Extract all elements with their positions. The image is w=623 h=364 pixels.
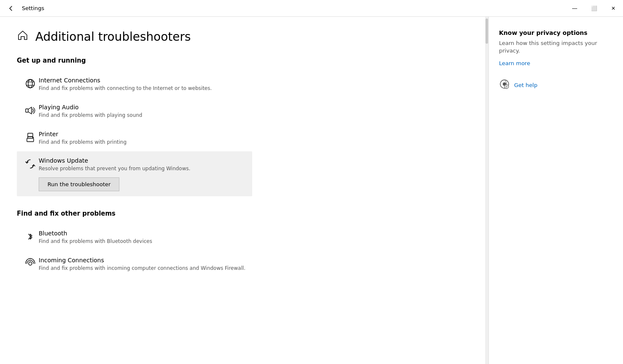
section-title-get-up-running: Get up and running [17,57,472,64]
playing-audio-name: Playing Audio [39,104,247,111]
windows-update-desc: Resolve problems that prevent you from u… [39,165,247,172]
list-item[interactable]: Incoming Connections Find and fix proble… [17,251,252,278]
section-find-fix-other: Find and fix other problems Bluetooth Fi… [17,210,472,278]
get-help-icon: ? [499,79,510,92]
incoming-connections-desc: Find and fix problems with incoming comp… [39,265,247,272]
learn-more-link[interactable]: Learn more [499,60,530,66]
printer-desc: Find and fix problems with printing [39,139,247,146]
home-icon [17,29,29,44]
incoming-connections-name: Incoming Connections [39,257,247,264]
sidebar-privacy-text: Learn how this setting impacts your priv… [499,40,613,55]
windows-update-icon [22,158,39,170]
sidebar: Know your privacy options Learn how this… [488,17,623,364]
list-item[interactable]: Bluetooth Find and fix problems with Blu… [17,224,252,251]
maximize-button[interactable]: ⬜ [584,0,604,17]
printer-name: Printer [39,131,247,137]
get-help-container: ? Get help [499,79,613,92]
bluetooth-desc: Find and fix problems with Bluetooth dev… [39,238,247,245]
sidebar-privacy-title: Know your privacy options [499,29,613,36]
svg-rect-7 [32,137,34,138]
list-item[interactable]: Windows Update Resolve problems that pre… [17,151,252,196]
svg-text:?: ? [506,85,507,89]
svg-point-1 [28,79,32,88]
internet-connections-icon [22,78,39,90]
content-area: Additional troubleshooters Get up and ru… [0,17,488,364]
back-button[interactable] [5,4,17,13]
close-button[interactable]: ✕ [604,0,623,17]
svg-rect-5 [27,138,34,142]
section-title-find-fix: Find and fix other problems [17,210,472,217]
title-bar: Settings — ⬜ ✕ [0,0,623,17]
svg-rect-4 [26,109,28,112]
get-help-link[interactable]: Get help [514,82,537,88]
playing-audio-desc: Find and fix problems with playing sound [39,112,247,119]
bluetooth-name: Bluetooth [39,230,247,237]
list-item[interactable]: Internet Connections Find and fix proble… [17,71,252,98]
svg-rect-6 [28,133,33,137]
window-title: Settings [22,5,44,11]
page-header: Additional troubleshooters [17,29,472,44]
bluetooth-icon [22,231,39,243]
internet-connections-name: Internet Connections [39,77,247,84]
internet-connections-desc: Find and fix problems with connecting to… [39,85,247,92]
minimize-button[interactable]: — [565,0,584,17]
playing-audio-icon [22,105,39,116]
scrollbar-thumb[interactable] [486,18,488,44]
section-get-up-running: Get up and running Internet Connections … [17,57,472,196]
incoming-connections-icon [22,258,39,269]
main-layout: Additional troubleshooters Get up and ru… [0,17,623,364]
page-title: Additional troubleshooters [35,30,191,44]
printer-icon [22,132,39,143]
list-item[interactable]: Playing Audio Find and fix problems with… [17,98,252,125]
run-troubleshooter-button[interactable]: Run the troubleshooter [39,177,119,191]
svg-point-0 [26,79,34,88]
windows-update-name: Windows Update [39,157,247,164]
list-item[interactable]: Printer Find and fix problems with print… [17,125,252,152]
scrollbar[interactable] [485,17,488,364]
svg-point-8 [29,262,32,265]
window-controls: — ⬜ ✕ [565,0,623,16]
